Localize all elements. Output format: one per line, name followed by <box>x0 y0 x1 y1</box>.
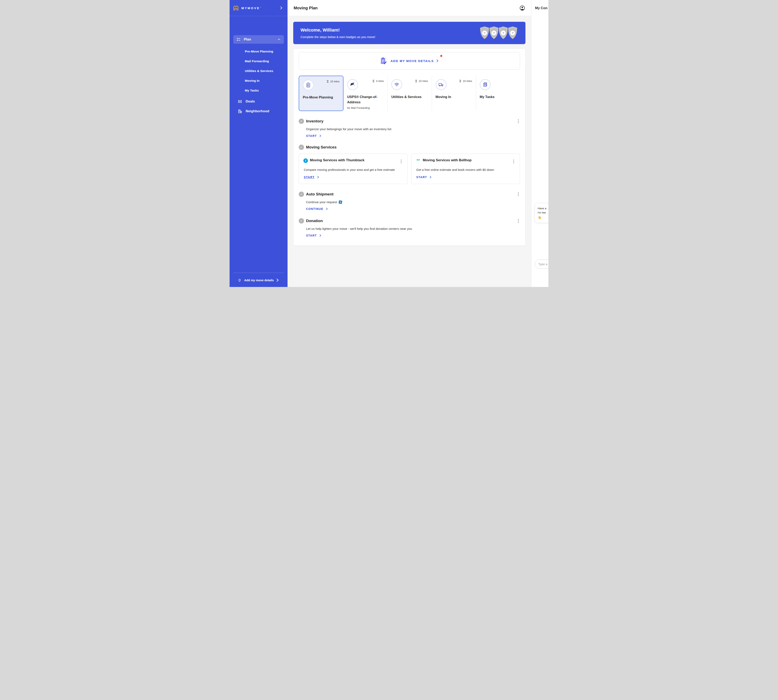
kebab-menu[interactable] <box>400 158 403 165</box>
sidebar-collapse-chevron-icon[interactable] <box>280 6 283 10</box>
clipboard-checklist-icon <box>305 82 311 88</box>
step-card-pre-move-planning[interactable]: 10 mins Pre-Move Planning <box>299 76 343 111</box>
action-label: START <box>416 175 427 179</box>
inventory-start-link[interactable]: START <box>306 134 322 137</box>
auto-shipment-continue-link[interactable]: CONTINUE <box>306 207 328 210</box>
section-description: Continue your request <box>306 200 337 204</box>
step-icon-circle: ® <box>347 79 358 90</box>
bellhop-logo-icon <box>416 158 421 163</box>
chat-message-input[interactable] <box>535 260 548 268</box>
hourglass-icon <box>372 80 375 83</box>
account-avatar-icon[interactable] <box>520 5 525 11</box>
kebab-menu[interactable] <box>512 158 515 165</box>
step-icon-circle <box>391 79 402 90</box>
step-title: Pre-Move Planning <box>303 95 339 100</box>
sidebar-item-label: Neighborhood <box>246 109 269 113</box>
kebab-menu[interactable] <box>517 218 520 224</box>
service-card-title: Moving Services with Thumbtack <box>310 158 400 162</box>
thumbtack-service-card[interactable]: Moving Services with Thumbtack Compare m… <box>299 153 408 184</box>
sidebar-item-my-tasks[interactable]: My Tasks <box>245 86 288 95</box>
trademark: ™ <box>260 7 262 8</box>
step-subtitle: for Mail Forwarding <box>347 107 384 109</box>
task-check-icon <box>299 118 304 124</box>
badge-question-mark: ? <box>510 30 515 35</box>
task-check-icon <box>299 218 304 223</box>
chat-message-line: I'm her <box>538 211 548 215</box>
step-duration: 3 mins <box>372 79 384 83</box>
chevron-right-icon <box>325 207 328 210</box>
wifi-icon <box>394 82 400 87</box>
moving-truck-icon <box>438 82 444 87</box>
step-duration-text: 10 mins <box>419 80 428 83</box>
thumbtack-start-link[interactable]: START <box>304 175 320 179</box>
section-description: Let us help lighten your move - we'll he… <box>306 227 520 231</box>
service-card-description: Compare moving professionals in your are… <box>304 168 403 172</box>
donation-start-link[interactable]: START <box>306 234 322 237</box>
add-move-details-cta[interactable]: ADD MY MOVE DETAILS <box>299 52 520 70</box>
sidebar-item-moving-in[interactable]: Moving In <box>245 76 288 86</box>
chevron-right-icon <box>319 234 322 237</box>
mymove-logo-icon <box>233 5 238 10</box>
step-title: My Tasks <box>480 94 516 100</box>
sidebar-item-mail-forwarding[interactable]: Mail Forwarding <box>245 56 288 66</box>
documents-icon <box>482 82 488 87</box>
sidebar-footer-divider <box>233 273 284 273</box>
step-duration: 10 mins <box>327 80 340 83</box>
step-title: Utilities & Services <box>391 94 428 100</box>
step-card-usps-change-of-address[interactable]: ® 3 mins USPS® Change-of-Address for Mai… <box>343 76 387 111</box>
badge-shield-locked: ? <box>507 26 518 40</box>
top-header: Moving Plan <box>288 0 531 16</box>
step-card-moving-in[interactable]: 10 mins Moving In <box>432 76 476 111</box>
bellhop-service-card[interactable]: Moving Services with Bellhop Get a free … <box>411 153 520 184</box>
main-area: Moving Plan Welcome, William! Complete t… <box>288 0 531 287</box>
section-title: Donation <box>306 218 323 223</box>
step-duration: 10 mins <box>415 79 428 83</box>
location-pin-icon <box>238 278 242 282</box>
concierge-chat-bubble: Have a I'm her 👋 <box>535 203 548 223</box>
section-auto-shipment: Auto Shipment Continue your request CONT… <box>299 191 520 211</box>
sidebar-item-label: Deals <box>246 100 255 103</box>
step-card-my-tasks[interactable]: My Tasks <box>476 76 520 111</box>
section-title: Moving Services <box>306 145 337 150</box>
move-steps-row: 10 mins Pre-Move Planning ® 3 mins USPS®… <box>299 76 520 111</box>
ticket-icon <box>238 99 242 104</box>
hourglass-icon <box>415 80 418 83</box>
brand-wordmark: MYMOVE™ <box>242 6 262 10</box>
sidebar-nav: Plan Pre-Move Planning Mail Forwarding U… <box>230 35 288 116</box>
section-description: Organize your belongings for your move w… <box>306 127 520 131</box>
sidebar-item-utilities-services[interactable]: Utilities & Services <box>245 66 288 76</box>
step-duration: 10 mins <box>459 79 472 83</box>
welcome-banner-text: Welcome, William! Complete the steps bel… <box>300 27 375 38</box>
cta-label: ADD MY MOVE DETAILS <box>391 59 434 63</box>
usps-eagle-icon: ® <box>350 82 356 88</box>
step-icon-circle <box>480 79 491 90</box>
section-title: Auto Shipment <box>306 192 333 197</box>
sidebar-item-plan[interactable]: Plan <box>233 35 284 44</box>
moving-plan-card: ADD MY MOVE DETAILS 10 mins <box>293 48 525 246</box>
chevron-right-icon <box>319 135 322 137</box>
add-move-details-link[interactable]: Add my move details <box>230 278 288 284</box>
kebab-menu[interactable] <box>517 191 520 197</box>
welcome-subtitle: Complete the steps below & earn badges a… <box>300 35 375 38</box>
step-duration-text: 10 mins <box>330 80 340 83</box>
checklist-icon <box>237 37 241 42</box>
thumbtack-logo-icon <box>303 158 308 163</box>
kebab-menu[interactable] <box>517 118 520 125</box>
step-duration-text: 10 mins <box>463 80 472 83</box>
add-move-details-label: Add my move details <box>244 278 274 282</box>
sidebar-item-label: Plan <box>244 37 251 42</box>
sidebar-item-pre-move-planning[interactable]: Pre-Move Planning <box>245 47 288 56</box>
service-card-description: Get a free online estimate and book move… <box>416 168 515 172</box>
section-moving-services: Moving Services Moving Services with Thu… <box>299 145 520 184</box>
task-check-icon <box>299 145 304 150</box>
sidebar-item-neighborhood[interactable]: Neighborhood <box>230 107 288 116</box>
chevron-right-icon <box>275 278 280 282</box>
concierge-panel-title: My Con <box>535 6 547 10</box>
bellhop-start-link[interactable]: START <box>416 175 432 179</box>
sidebar-item-deals[interactable]: Deals <box>230 97 288 107</box>
welcome-title: Welcome, William! <box>300 27 375 33</box>
buildings-icon <box>238 109 242 113</box>
task-check-icon <box>299 192 304 197</box>
sidebar: MYMOVE™ Plan Pre-Move Planning Mail Forw… <box>230 0 288 287</box>
step-card-utilities-services[interactable]: 10 mins Utilities & Services <box>387 76 431 111</box>
